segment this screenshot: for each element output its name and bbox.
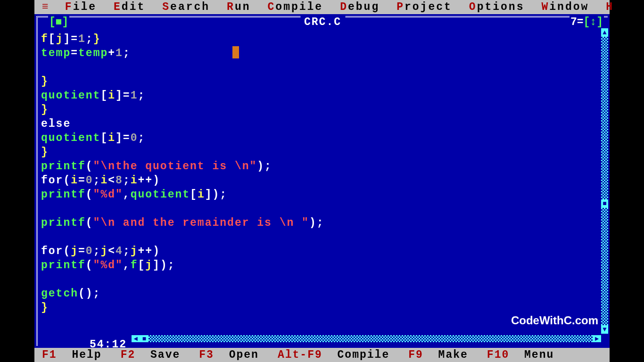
- menu-run[interactable]: Run: [218, 1, 259, 13]
- system-menu-icon[interactable]: ≡: [34, 1, 57, 13]
- hint-save[interactable]: F2 Save: [113, 349, 192, 361]
- menu-edit[interactable]: Edit: [105, 1, 154, 13]
- hint-help[interactable]: F1 Help: [34, 349, 113, 361]
- scroll-left-icon[interactable]: ◄: [132, 335, 140, 342]
- hint-compile[interactable]: Alt-F9 Compile: [270, 349, 401, 361]
- scroll-up-icon[interactable]: ▲: [601, 28, 608, 37]
- scroll-down-icon[interactable]: ▼: [601, 325, 608, 334]
- status-bar: F1 Help F2 Save F3 Open Alt-F9 Compile F…: [34, 348, 610, 362]
- menu-project[interactable]: Project: [388, 1, 461, 13]
- watermark: CodeWithC.com: [511, 314, 598, 327]
- menu-file[interactable]: File: [57, 1, 105, 13]
- menu-help[interactable]: Help: [597, 1, 644, 13]
- horizontal-scrollbar[interactable]: ◄ ■ ►: [132, 335, 601, 342]
- editor-window: CRC.C [■] 7=[↕] 54:12 f[j]=1;} temp=temp…: [34, 14, 610, 348]
- menu-bar: ≡ File Edit Search Run Compile Debug Pro…: [34, 0, 610, 14]
- code-area[interactable]: f[j]=1;} temp=temp+1; } quotient[i]=1; }…: [41, 32, 324, 315]
- scroll-right-icon[interactable]: ►: [593, 335, 601, 342]
- hint-menu[interactable]: F10 Menu: [479, 349, 565, 361]
- menu-options[interactable]: Options: [461, 1, 533, 13]
- menu-search[interactable]: Search: [154, 1, 218, 13]
- zoom-box[interactable]: 7=[↕]: [570, 16, 604, 28]
- menu-debug[interactable]: Debug: [331, 1, 388, 13]
- menu-compile[interactable]: Compile: [259, 1, 332, 13]
- window-title: CRC.C: [300, 16, 345, 28]
- text-cursor: [232, 46, 239, 58]
- vertical-scrollbar[interactable]: ▲ ■ ▼: [601, 28, 608, 334]
- scroll-thumb[interactable]: ■: [601, 199, 608, 208]
- hint-make[interactable]: F9 Make: [401, 349, 479, 361]
- menu-window[interactable]: Window: [533, 1, 597, 13]
- hint-open[interactable]: F3 Open: [191, 349, 270, 361]
- scroll-thumb-h[interactable]: ■: [140, 335, 149, 342]
- close-box[interactable]: [■]: [48, 16, 69, 28]
